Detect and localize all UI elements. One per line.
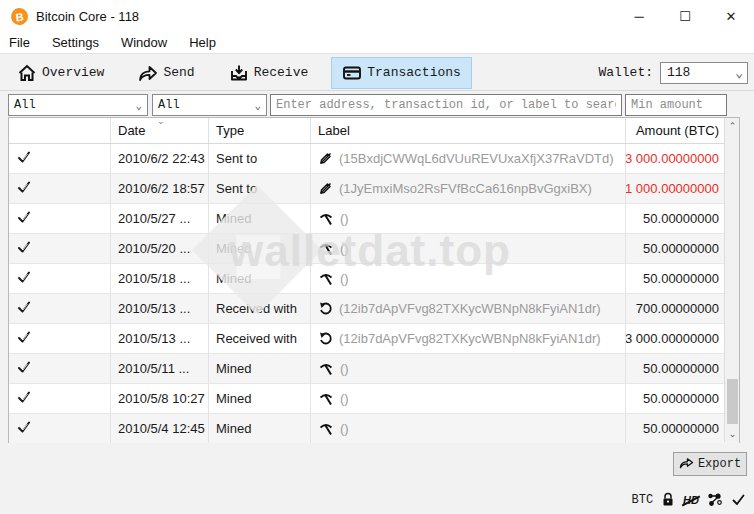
export-arrow-icon [679, 456, 694, 473]
display-unit-label[interactable]: BTC [632, 493, 654, 507]
amount-cell: -1 000.00000000 [626, 174, 726, 204]
status-cell [9, 204, 111, 234]
min-amount-input[interactable] [625, 94, 727, 116]
table-row[interactable]: 2010/6/2 18:57Sent to(1JyEmxiMso2RsFVfBc… [9, 174, 739, 204]
menu-window[interactable]: Window [121, 35, 167, 50]
column-header-label[interactable]: Label [311, 118, 626, 143]
wallet-selector-area: Wallet: 118 ⌄ [598, 62, 748, 84]
date-cell: 2010/6/2 18:57 [111, 174, 209, 204]
label-cell: (12ib7dApVFvg82TXKycWBNpN8kFyiAN1dr) [311, 324, 626, 354]
date-filter-value: All [14, 98, 36, 112]
date-cell: 2010/5/13 ... [111, 324, 209, 354]
date-cell: 2010/5/13 ... [111, 294, 209, 324]
chevron-down-icon: ⌄ [735, 65, 743, 81]
pickaxe-icon [318, 211, 334, 226]
column-header-date[interactable]: Date ⌄ [111, 118, 209, 143]
type-cell: Mined [209, 264, 311, 294]
window-controls: ─ ☐ ✕ [616, 0, 754, 32]
status-cell [9, 324, 111, 354]
label-cell: () [311, 354, 626, 384]
confirmed-check-icon [16, 150, 32, 168]
close-button[interactable]: ✕ [708, 0, 754, 32]
date-cell: 2010/5/18 ... [111, 264, 209, 294]
maximize-button[interactable]: ☐ [662, 0, 708, 32]
wallet-dropdown-value: 118 [667, 65, 690, 80]
status-cell [9, 174, 111, 204]
tab-label: Send [163, 65, 194, 80]
type-cell: Mined [209, 204, 311, 234]
search-input[interactable] [270, 94, 622, 116]
no-label-pencil-icon [318, 181, 333, 196]
table-row[interactable]: 2010/5/13 ...Received with(12ib7dApVFvg8… [9, 324, 739, 354]
menu-settings[interactable]: Settings [52, 35, 99, 50]
wallet-label: Wallet: [598, 65, 653, 80]
table-row[interactable]: 2010/5/13 ...Received with(12ib7dApVFvg8… [9, 294, 739, 324]
scrollbar-thumb[interactable] [727, 379, 738, 424]
amount-cell: -3 000.00000000 [626, 144, 726, 174]
tab-send[interactable]: Send [127, 57, 205, 89]
type-cell: Mined [209, 234, 311, 264]
date-cell: 2010/6/2 22:43 [111, 144, 209, 174]
pickaxe-icon [318, 361, 334, 376]
tab-transactions[interactable]: Transactions [331, 57, 472, 89]
bitcoin-app-icon: B [10, 6, 29, 25]
sort-indicator-icon: ⌄ [157, 116, 165, 126]
table-row[interactable]: 2010/5/18 ...Mined()50.00000000 [9, 264, 739, 294]
label-cell: (1JyEmxiMso2RsFVfBcCa616npBvGgxiBX) [311, 174, 626, 204]
pickaxe-icon [318, 391, 334, 406]
label-cell: () [311, 414, 626, 444]
amount-cell: 50.00000000 [626, 234, 726, 264]
label-text: () [340, 421, 349, 436]
synced-check-icon [731, 493, 746, 507]
status-cell [9, 414, 111, 444]
label-cell: (15BxdjCWWqL6dVUuREVUxaXfjX37RaVDTd) [311, 144, 626, 174]
menu-bar: File Settings Window Help [0, 32, 754, 54]
date-filter-dropdown[interactable]: All ⌄ [8, 94, 148, 116]
wallet-dropdown[interactable]: 118 ⌄ [660, 62, 748, 84]
label-text: () [340, 361, 349, 376]
table-row[interactable]: 2010/5/20 ...Mined()50.00000000 [9, 234, 739, 264]
menu-file[interactable]: File [9, 35, 30, 50]
pickaxe-icon [318, 241, 334, 256]
type-filter-value: All [158, 98, 180, 112]
table-row[interactable]: 2010/6/2 22:43Sent to(15BxdjCWWqL6dVUuRE… [9, 144, 739, 174]
confirmed-check-icon [16, 420, 32, 438]
column-header-status[interactable] [9, 118, 111, 143]
table-row[interactable]: 2010/5/4 12:45Mined()50.00000000 [9, 414, 739, 444]
status-cell [9, 384, 111, 414]
table-row[interactable]: 2010/5/8 10:27Mined()50.00000000 [9, 384, 739, 414]
tab-overview[interactable]: Overview [6, 57, 115, 89]
scroll-up-arrow-icon[interactable]: ⌃ [725, 118, 740, 134]
minimize-button[interactable]: ─ [616, 0, 662, 32]
bottom-bar: Export BTC HD [0, 443, 754, 514]
date-cell: 2010/5/8 10:27 [111, 384, 209, 414]
status-cell [9, 234, 111, 264]
vertical-scrollbar[interactable]: ⌃ ⌄ [724, 118, 739, 442]
confirmed-check-icon [16, 210, 32, 228]
scroll-down-arrow-icon[interactable]: ⌄ [725, 426, 740, 442]
type-cell: Sent to [209, 144, 311, 174]
tab-label: Receive [254, 65, 309, 80]
toolbar-tabs: OverviewSendReceiveTransactions [6, 57, 484, 89]
column-header-amount[interactable]: Amount (BTC) [626, 118, 726, 143]
amount-cell: 50.00000000 [626, 204, 726, 234]
label-cell: () [311, 234, 626, 264]
column-header-type[interactable]: Type [209, 118, 311, 143]
export-button-label: Export [698, 457, 741, 471]
label-text: (15BxdjCWWqL6dVUuREVUxaXfjX37RaVDTd) [339, 151, 614, 166]
tab-label: Transactions [367, 65, 461, 80]
table-row[interactable]: 2010/5/11 ...Mined()50.00000000 [9, 354, 739, 384]
chevron-down-icon: ⌄ [254, 99, 261, 112]
type-cell: Mined [209, 414, 311, 444]
transactions-table: Date ⌄ Type Label Amount (BTC) 2010/6/2 … [8, 117, 740, 443]
filter-bar: All ⌄ All ⌄ [0, 91, 754, 118]
table-row[interactable]: 2010/5/27 ...Mined()50.00000000 [9, 204, 739, 234]
hd-disabled-icon: HD [683, 494, 699, 506]
confirmed-check-icon [16, 330, 32, 348]
export-button[interactable]: Export [673, 452, 747, 476]
menu-help[interactable]: Help [189, 35, 216, 50]
tab-receive[interactable]: Receive [218, 57, 320, 89]
window-title: Bitcoin Core - 118 [36, 9, 139, 24]
type-filter-dropdown[interactable]: All ⌄ [152, 94, 267, 116]
no-label-pencil-icon [318, 151, 333, 166]
